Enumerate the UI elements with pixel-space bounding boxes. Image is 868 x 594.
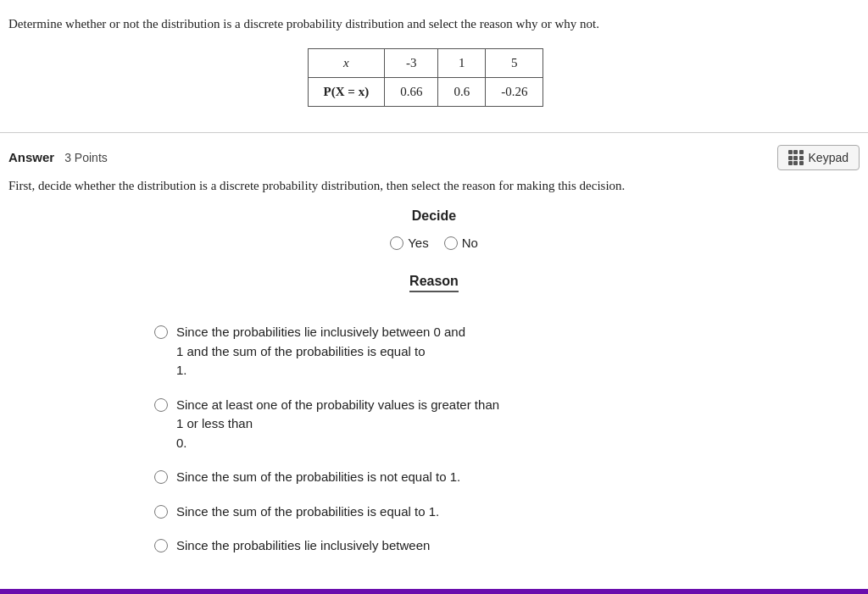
- reason-title-wrapper: Reason: [8, 274, 860, 308]
- reason-options: Since the probabilities lie inclusively …: [137, 323, 731, 556]
- x-val-1: -3: [385, 49, 438, 78]
- question-section: Determine whether or not the distributio…: [0, 0, 868, 133]
- answer-header-left: Answer 3 Points: [8, 150, 108, 165]
- reason-radio-4[interactable]: [154, 505, 168, 519]
- reason-option-1[interactable]: Since the probabilities lie inclusively …: [154, 323, 714, 380]
- yes-option[interactable]: Yes: [390, 236, 428, 250]
- px-label: P(X = x): [308, 78, 385, 107]
- keypad-button[interactable]: Keypad: [777, 145, 860, 170]
- table-row-x: x -3 1 5: [308, 49, 543, 78]
- answer-section: Answer 3 Points Keypad First, decide whe…: [0, 133, 868, 564]
- reason-option-2[interactable]: Since at least one of the probability va…: [154, 396, 714, 453]
- question-text: Determine whether or not the distributio…: [8, 17, 843, 31]
- answer-header: Answer 3 Points Keypad: [8, 145, 860, 170]
- px-val-1: 0.66: [385, 78, 438, 107]
- keypad-label: Keypad: [809, 151, 849, 164]
- reason-text-1: Since the probabilities lie inclusively …: [176, 323, 465, 380]
- px-val-3: -0.26: [486, 78, 543, 107]
- keypad-icon: [788, 150, 804, 165]
- no-label: No: [462, 236, 478, 250]
- decide-title: Decide: [8, 208, 860, 224]
- points-label: 3 Points: [64, 151, 108, 164]
- probability-table: x -3 1 5 P(X = x) 0.66 0.6 -0.26: [308, 48, 544, 107]
- reason-text-3: Since the sum of the probabilities is no…: [176, 468, 460, 487]
- reason-text-5: Since the probabilities lie inclusively …: [176, 536, 430, 556]
- x-val-3: 5: [486, 49, 543, 78]
- yes-radio[interactable]: [390, 236, 403, 250]
- reason-text-2: Since at least one of the probability va…: [176, 396, 499, 453]
- probability-table-wrapper: x -3 1 5 P(X = x) 0.66 0.6 -0.26: [8, 48, 843, 107]
- bottom-bar: [0, 589, 868, 594]
- x-val-2: 1: [438, 49, 486, 78]
- reason-radio-3[interactable]: [154, 470, 168, 484]
- no-radio[interactable]: [444, 236, 458, 250]
- x-label: x: [308, 49, 385, 78]
- reason-option-3[interactable]: Since the sum of the probabilities is no…: [154, 468, 714, 487]
- no-option[interactable]: No: [444, 236, 478, 250]
- table-row-px: P(X = x) 0.66 0.6 -0.26: [308, 78, 543, 107]
- decide-options: Yes No: [8, 236, 860, 250]
- reason-text-4: Since the sum of the probabilities is eq…: [176, 502, 439, 522]
- reason-radio-5[interactable]: [154, 539, 168, 552]
- reason-radio-2[interactable]: [154, 398, 168, 412]
- reason-option-5[interactable]: Since the probabilities lie inclusively …: [154, 536, 714, 556]
- answer-label: Answer: [8, 150, 54, 164]
- reason-option-4[interactable]: Since the sum of the probabilities is eq…: [154, 502, 714, 522]
- px-val-2: 0.6: [438, 78, 486, 107]
- instruction-text: First, decide whether the distribution i…: [8, 179, 860, 193]
- reason-radio-1[interactable]: [154, 325, 168, 339]
- yes-label: Yes: [408, 236, 428, 250]
- reason-title: Reason: [409, 274, 459, 292]
